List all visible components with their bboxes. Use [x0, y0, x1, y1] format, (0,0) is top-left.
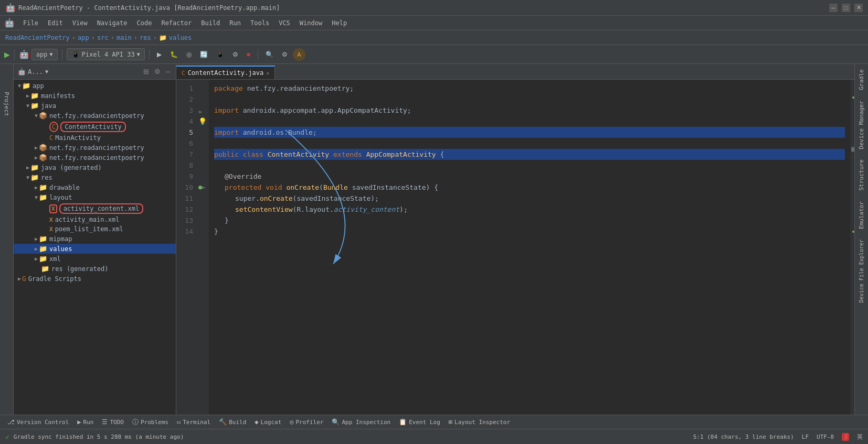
- breadcrumb-src[interactable]: src: [97, 34, 109, 41]
- tree-item-layout[interactable]: ▼ 📁 layout: [14, 192, 176, 202]
- tab-content-activity[interactable]: C ContentActivity.java ✕: [176, 66, 275, 79]
- tab-app-inspection[interactable]: 🔍 App Inspection: [329, 417, 394, 427]
- tree-item-package2[interactable]: ▶ 📦 net.fzy.readancientpoetry: [14, 143, 176, 153]
- menu-help[interactable]: Help: [327, 18, 351, 28]
- menu-tools[interactable]: Tools: [246, 18, 273, 28]
- todo-icon: ☰: [102, 418, 108, 426]
- bulb-icon[interactable]: 💡: [198, 117, 207, 125]
- sdk-button[interactable]: ⚙: [229, 49, 241, 60]
- user-button[interactable]: A: [293, 48, 305, 61]
- tree-item-xml[interactable]: ▶ 📁 xml: [14, 254, 176, 264]
- tree-item-res[interactable]: ▼ 📁 res: [14, 172, 176, 182]
- minimize-button[interactable]: ─: [829, 4, 838, 12]
- expand-arrow-package1[interactable]: ▼: [35, 113, 38, 118]
- tree-item-res-generated[interactable]: 📁 res (generated): [14, 264, 176, 274]
- breadcrumb-values[interactable]: values: [169, 34, 192, 41]
- menu-navigate[interactable]: Navigate: [93, 18, 132, 28]
- debug-button[interactable]: 🐛: [167, 49, 181, 60]
- breadcrumb-app[interactable]: app: [78, 34, 89, 41]
- tab-problems[interactable]: ⓘ Problems: [129, 417, 172, 428]
- tab-terminal[interactable]: ▭ Terminal: [174, 417, 214, 427]
- sidebar-tab-device-file-explorer[interactable]: Device File Explorer: [856, 234, 866, 308]
- expand-arrow-xml[interactable]: ▶: [35, 256, 38, 262]
- tree-item-activity-content[interactable]: X activity_content.xml: [14, 202, 176, 215]
- menu-vcs[interactable]: VCS: [274, 18, 294, 28]
- tree-item-gradle-scripts[interactable]: ▶ G Gradle Scripts: [14, 274, 176, 284]
- tree-item-main-activity[interactable]: C MainActivity: [14, 133, 176, 143]
- run-gutter-icon[interactable]: ●: [198, 182, 202, 193]
- window-controls: ─ □ ✕: [829, 4, 863, 12]
- settings-button[interactable]: ⚙: [279, 49, 291, 60]
- line-ending[interactable]: LF: [802, 434, 809, 440]
- fold-icon-import[interactable]: ⊳: [199, 106, 202, 117]
- tab-profiler[interactable]: ◎ Profiler: [287, 417, 326, 427]
- expand-arrow-layout[interactable]: ▼: [35, 194, 38, 200]
- tree-item-values[interactable]: ▶ 📁 values: [14, 244, 176, 254]
- sidebar-tab-structure[interactable]: Structure: [856, 154, 867, 196]
- stop-button[interactable]: ■: [244, 49, 253, 60]
- expand-arrow-java-gen[interactable]: ▶: [26, 165, 29, 170]
- code-content[interactable]: package net.fzy.readancientpoetry; impor…: [209, 80, 850, 415]
- expand-arrow-package3[interactable]: ▶: [35, 155, 38, 160]
- panel-settings-button[interactable]: ⚙: [153, 67, 162, 77]
- app-dropdown[interactable]: app ▼: [31, 49, 58, 60]
- expand-arrow-java[interactable]: ▼: [26, 103, 29, 109]
- menu-window[interactable]: Window: [295, 18, 326, 28]
- breadcrumb-main[interactable]: main: [117, 34, 132, 41]
- cursor-position[interactable]: 5:1 (84 chars, 3 line breaks): [693, 434, 794, 440]
- tab-version-control[interactable]: ⎇ Version Control: [4, 417, 72, 427]
- menu-file[interactable]: File: [19, 18, 43, 28]
- breadcrumb-res[interactable]: res: [140, 34, 151, 41]
- tree-item-manifests[interactable]: ▶ 📁 manifests: [14, 91, 176, 101]
- sidebar-tab-device-manager[interactable]: Device Manager: [856, 95, 867, 155]
- tree-item-package3[interactable]: ▶ 📦 net.fzy.readancientpoetry: [14, 153, 176, 163]
- panel-close-button[interactable]: ─: [165, 67, 172, 77]
- tab-todo[interactable]: ☰ TODO: [99, 417, 127, 427]
- tree-item-java-generated[interactable]: ▶ 📁 java (generated): [14, 163, 176, 172]
- sidebar-tab-gradle[interactable]: Gradle: [856, 64, 867, 95]
- tab-layout-inspector[interactable]: ⊞ Layout Inspector: [446, 417, 513, 427]
- maximize-button[interactable]: □: [842, 4, 850, 12]
- encoding[interactable]: UTF-8: [817, 434, 834, 440]
- expand-arrow-drawable[interactable]: ▶: [35, 185, 38, 190]
- tree-item-drawable[interactable]: ▶ 📁 drawable: [14, 182, 176, 192]
- android-icon: 🤖: [18, 68, 26, 75]
- expand-arrow-manifests[interactable]: ▶: [26, 93, 29, 99]
- tab-run[interactable]: ▶ Run: [74, 417, 97, 427]
- tree-item-app[interactable]: ▼ 📁 app: [14, 81, 176, 91]
- close-button[interactable]: ✕: [854, 4, 863, 12]
- expand-arrow-res[interactable]: ▼: [26, 175, 29, 180]
- tree-item-activity-main[interactable]: X activity_main.xml: [14, 215, 176, 224]
- tree-item-poem-list[interactable]: X poem_list_item.xml: [14, 224, 176, 234]
- expand-arrow-package2[interactable]: ▶: [35, 145, 38, 150]
- tree-item-package1[interactable]: ▼ 📦 net.fzy.readancientpoetry: [14, 111, 176, 121]
- tree-item-content-activity[interactable]: C ContentActivity: [14, 121, 176, 133]
- tab-event-log[interactable]: 📋 Event Log: [396, 417, 443, 427]
- fold-icon-method[interactable]: ⊳: [202, 182, 205, 193]
- tree-item-java[interactable]: ▼ 📁 java: [14, 101, 176, 111]
- tree-item-mipmap[interactable]: ▶ 📁 mipmap: [14, 234, 176, 244]
- expand-arrow-values[interactable]: ▶: [35, 246, 38, 252]
- avd-button[interactable]: 📱: [213, 49, 227, 60]
- menu-refactor[interactable]: Refactor: [157, 18, 196, 28]
- menu-view[interactable]: View: [68, 18, 92, 28]
- breadcrumb-project[interactable]: ReadAncientPoetry: [5, 34, 70, 41]
- sidebar-tab-project[interactable]: Project: [0, 90, 15, 118]
- sync-button[interactable]: 🔄: [197, 49, 211, 60]
- sidebar-tab-emulator[interactable]: Emulator: [856, 196, 867, 234]
- run-button[interactable]: ▶: [154, 49, 165, 60]
- menu-edit[interactable]: Edit: [44, 18, 67, 28]
- device-dropdown[interactable]: 📱 Pixel 4 API 33 ▼: [67, 48, 145, 60]
- menu-code[interactable]: Code: [133, 18, 156, 28]
- expand-arrow-app[interactable]: ▼: [18, 83, 21, 89]
- collapse-all-button[interactable]: ⊞: [142, 67, 150, 77]
- profile-button[interactable]: ◎: [183, 49, 195, 60]
- tab-close-button[interactable]: ✕: [266, 70, 269, 76]
- expand-arrow-gradle[interactable]: ▶: [18, 276, 21, 281]
- menu-run[interactable]: Run: [225, 18, 245, 28]
- tab-logcat[interactable]: ◆ Logcat: [251, 417, 284, 427]
- tab-build[interactable]: 🔨 Build: [216, 417, 249, 427]
- menu-build[interactable]: Build: [197, 18, 224, 28]
- expand-arrow-mipmap[interactable]: ▶: [35, 236, 38, 242]
- search-button[interactable]: 🔍: [262, 49, 277, 60]
